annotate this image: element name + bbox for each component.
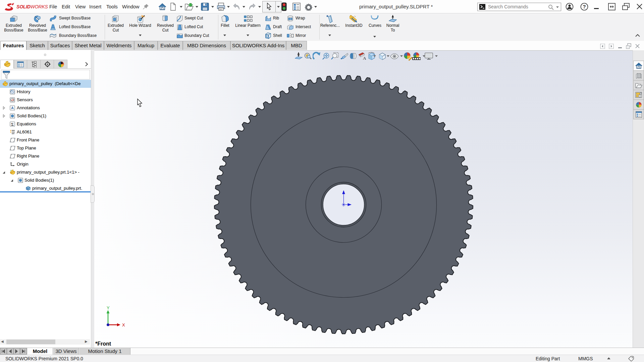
svg-text:A: A — [11, 106, 14, 110]
svg-text:?: ? — [583, 4, 586, 9]
svg-text:Σ: Σ — [11, 122, 14, 127]
svg-text:A: A — [363, 56, 366, 60]
svg-text:X: X — [122, 322, 125, 327]
svg-text:Y: Y — [107, 305, 110, 310]
